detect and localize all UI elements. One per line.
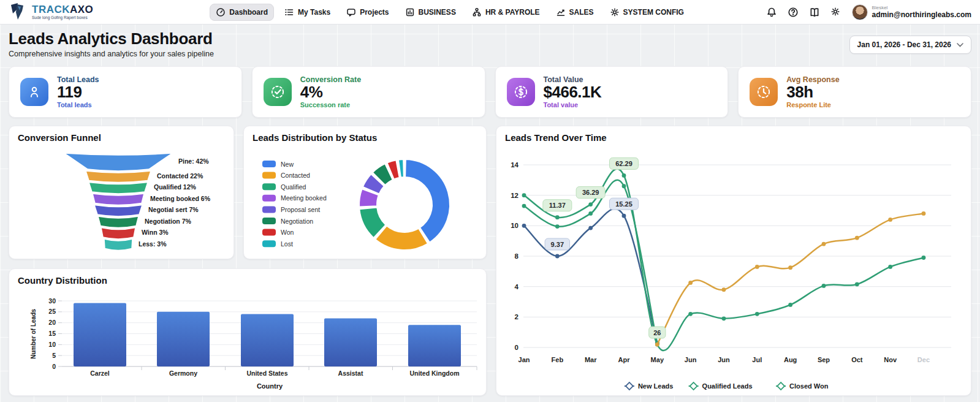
trend-point[interactable] — [722, 287, 726, 292]
donut-legend-item-proposal-sent[interactable]: Proposal sent — [262, 206, 320, 213]
legend-diamond-icon — [690, 382, 697, 390]
kpi-card-conversion-rate: Conversion Rate 4% Successon rate — [252, 66, 485, 118]
trend-point[interactable] — [555, 215, 560, 219]
trend-legend-item-closed-won[interactable]: Closed Won — [776, 382, 829, 390]
trend-point[interactable] — [688, 281, 693, 285]
trend-point[interactable] — [788, 265, 792, 270]
trend-y-tick: 2 — [515, 313, 518, 320]
nav-item-label: SYSTEM CONFIG — [623, 8, 684, 17]
bell-icon[interactable] — [766, 7, 777, 18]
donut-chart-title: Leads Distribution by Status — [253, 132, 377, 143]
nav-item-projects[interactable]: Projects — [341, 4, 394, 20]
svg-text:36.29: 36.29 — [582, 189, 599, 196]
trend-point[interactable] — [622, 173, 626, 178]
trend-point[interactable] — [755, 265, 759, 269]
bar-carzel[interactable] — [74, 303, 126, 366]
trend-point[interactable] — [522, 193, 526, 197]
trend-point[interactable] — [722, 316, 726, 320]
trend-point[interactable] — [822, 242, 826, 246]
funnel-stage-negotial-sert-7[interactable] — [94, 205, 142, 217]
trend-point[interactable] — [855, 283, 859, 287]
funnel-stage-winn-3[interactable] — [101, 228, 135, 240]
donut-legend-item-qualified[interactable]: Qualified — [262, 183, 306, 191]
trend-point[interactable] — [555, 254, 560, 259]
avatar[interactable] — [852, 4, 868, 20]
trend-legend-item-new-leads[interactable]: New Leads — [625, 382, 673, 390]
nav-item-system-config[interactable]: SYSTEM CONFIG — [604, 4, 689, 20]
kpi-card-total-value: Total Value $466.1K Total value — [495, 66, 729, 118]
nav-item-hr-payrole[interactable]: HR & PAYROLE — [466, 4, 545, 20]
donut-legend-item-new[interactable]: New — [262, 161, 294, 168]
trend-point[interactable] — [922, 256, 926, 260]
trend-point[interactable] — [522, 224, 526, 228]
bar-united-kingdom[interactable] — [408, 325, 461, 366]
donut-slice-new[interactable] — [405, 159, 450, 243]
legend-swatch — [262, 161, 276, 167]
user-name: Bleskel — [872, 5, 971, 11]
trend-point[interactable] — [588, 226, 593, 230]
trend-x-tick: Dec — [917, 356, 930, 363]
trend-point[interactable] — [822, 284, 826, 288]
trend-point[interactable] — [622, 214, 626, 218]
donut-slice-contacted[interactable] — [375, 226, 428, 250]
trend-point[interactable] — [555, 224, 560, 229]
trend-point[interactable] — [688, 312, 693, 316]
trend-point[interactable] — [522, 204, 526, 208]
date-range-value: Jan 01, 2026 - Dec 31, 2026 — [857, 40, 951, 49]
nav-item-dashboard[interactable]: Dashboard — [210, 4, 274, 21]
funnel-stage-contacted-22[interactable] — [86, 171, 151, 183]
funnel-stage-meeting-booked-6[interactable] — [93, 194, 144, 205]
help-icon[interactable] — [788, 7, 799, 18]
donut-legend-item-negotiation[interactable]: Negotiation — [262, 218, 313, 225]
bar-assistat[interactable] — [324, 319, 377, 366]
trend-point[interactable] — [588, 211, 593, 216]
trend-legend-item-qualified-leads[interactable]: Qualified Leads — [689, 382, 753, 390]
trend-point[interactable] — [588, 202, 593, 207]
funnel-stage-label: Less: 3% — [139, 240, 167, 248]
trend-chart-title: Leads Trend Over Time — [505, 132, 607, 143]
trend-point[interactable] — [888, 218, 892, 222]
trend-point[interactable] — [922, 211, 926, 216]
funnel-stage-qualified-12[interactable] — [89, 183, 148, 194]
leads-distribution-chart: NewContactedQualifiedMeeting bookedPropo… — [244, 126, 487, 259]
trend-point[interactable] — [888, 265, 892, 269]
nav-item-my-tasks[interactable]: My Tasks — [279, 4, 336, 20]
funnel-stage-pine-42[interactable] — [64, 153, 172, 171]
brand-tagline: Sude long Gofing Rapert boxes — [32, 16, 93, 20]
trend-point[interactable] — [788, 303, 792, 307]
gear-icon[interactable] — [830, 7, 841, 18]
legend-label: New — [281, 161, 294, 168]
conversion-rate-icon — [264, 78, 292, 106]
funnel-stage-negotiation-7[interactable] — [98, 216, 139, 228]
gear-icon — [610, 7, 620, 17]
org-icon — [472, 7, 482, 17]
book-icon[interactable] — [809, 7, 820, 18]
trend-point[interactable] — [655, 343, 659, 347]
donut-legend-item-contacted[interactable]: Contacted — [262, 172, 310, 179]
legend-swatch — [262, 206, 276, 213]
bar-germony[interactable] — [157, 312, 210, 366]
brand-logo[interactable]: TRACKAXO Sude long Gofing Rapert boxes — [9, 2, 93, 22]
funnel-stage-less-3[interactable] — [104, 239, 132, 251]
kpi-sublabel: Total value — [544, 101, 602, 108]
page-title: Leads Analytics Dashboard — [9, 29, 971, 48]
trend-point[interactable] — [755, 312, 759, 316]
nav-item-business[interactable]: BUSINESS — [400, 4, 462, 20]
nav-item-sales[interactable]: SALES — [550, 4, 599, 20]
legend-label: Won — [281, 229, 294, 236]
svg-text:11.37: 11.37 — [549, 202, 566, 209]
funnel-stage-label: Pine: 42% — [178, 157, 209, 165]
bar-united-states[interactable] — [241, 314, 294, 366]
legend-swatch — [262, 172, 276, 179]
user-menu[interactable]: Bleskel admin@northiringleabs.com — [852, 4, 971, 20]
bar-y-tick: 5 — [52, 352, 56, 359]
date-range-picker[interactable]: Jan 01, 2026 - Dec 31, 2026 — [849, 36, 971, 54]
country-distribution-card: Country Distribution 051015202530CarzelG… — [9, 268, 487, 396]
donut-legend-item-won[interactable]: Won — [262, 229, 294, 236]
leads-trend-card: Leads Trend Over Time 1412108420JanFebMa… — [496, 126, 971, 396]
legend-swatch — [262, 229, 276, 236]
donut-legend-item-meeting-booked[interactable]: Meeting booked — [262, 194, 327, 202]
trend-point[interactable] — [855, 236, 859, 240]
donut-legend-item-lost[interactable]: Lost — [262, 240, 293, 248]
trend-point[interactable] — [622, 184, 626, 188]
